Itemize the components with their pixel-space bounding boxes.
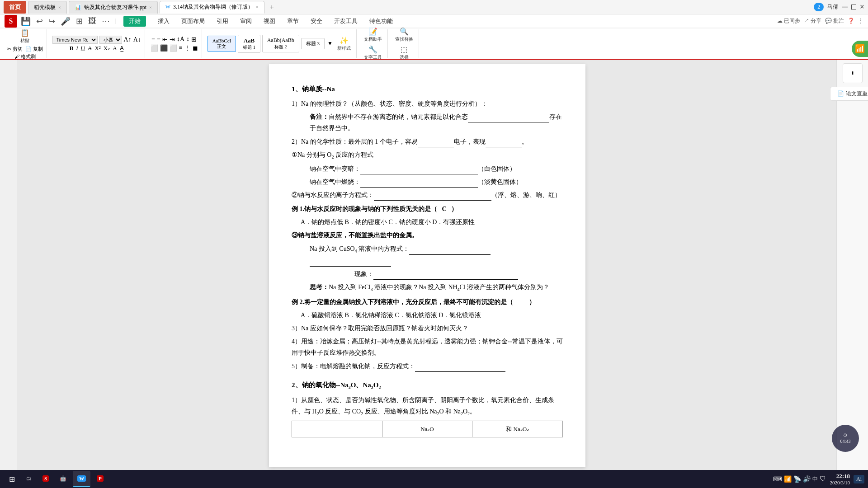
- shading-btn[interactable]: ◼: [193, 44, 198, 52]
- minimize-button[interactable]: ─: [842, 2, 848, 12]
- doc1-tab[interactable]: 📊 钠及其化合物复习课件.ppt ×: [69, 1, 158, 14]
- doc2-tab-close[interactable]: ×: [256, 5, 259, 9]
- volume-icon[interactable]: 🔊: [803, 475, 811, 483]
- taskbar-app-files[interactable]: 🗂: [22, 471, 36, 487]
- style-heading3-btn[interactable]: 标题 3: [301, 38, 325, 49]
- start-button[interactable]: ⊞: [4, 471, 20, 487]
- mic-btn[interactable]: 🎤: [59, 15, 72, 27]
- wps-logo: S: [5, 15, 17, 28]
- increase-size-btn[interactable]: A↑: [124, 36, 132, 43]
- new-style-btn[interactable]: ✨ 新样式: [335, 35, 353, 52]
- lang-icon[interactable]: 中: [812, 475, 818, 483]
- format-btn[interactable]: 🖌 格式刷: [14, 53, 36, 60]
- help-btn[interactable]: ❓: [848, 18, 854, 24]
- security-icon[interactable]: 🛡: [820, 475, 826, 483]
- cut-btn[interactable]: ✂ 剪切: [7, 46, 23, 52]
- upload-icon: ⬆: [851, 70, 854, 76]
- list-unordered-btn[interactable]: ≡: [151, 36, 155, 43]
- highlight-btn[interactable]: A̲: [120, 45, 124, 52]
- paper-check-btn[interactable]: 📄 论文查重: [830, 87, 868, 101]
- copy-btn[interactable]: 📄 复制: [25, 46, 43, 52]
- bold-btn[interactable]: B: [70, 45, 74, 52]
- doc1-tab-close[interactable]: ×: [149, 5, 152, 10]
- align-center-btn[interactable]: ⬛: [160, 44, 168, 52]
- menu-ref[interactable]: 引用: [211, 15, 234, 27]
- taskbar-app-ppt[interactable]: P: [92, 471, 108, 487]
- indent-less-btn[interactable]: ⇤: [162, 36, 168, 43]
- reaction3b: 现象：: [292, 268, 563, 280]
- menu-security[interactable]: 安全: [305, 15, 328, 27]
- select-all-btn[interactable]: ⬚ 选择: [398, 44, 410, 61]
- sort-btn[interactable]: ↕A: [177, 36, 184, 43]
- taskbar-app-android[interactable]: 🤖: [55, 471, 71, 487]
- align-justify-btn[interactable]: ≡: [179, 44, 183, 52]
- undo-quick-btn[interactable]: ↩: [34, 15, 45, 27]
- style-normal-btn[interactable]: AaBbCcI 正文: [208, 36, 236, 52]
- doc-assist-btn[interactable]: 📝 文档助手: [362, 26, 384, 43]
- paste-btn[interactable]: 📋 粘贴: [19, 28, 31, 45]
- expand-styles-btn[interactable]: ▼: [327, 40, 333, 47]
- paragraph-group: ≡ ≡ ⇤ ⇥ ↕A ↕ ⊞ ⬜ ⬛ ⬜ ≡ ⋮ ◼: [147, 29, 202, 58]
- taskbar-app-wps[interactable]: S: [38, 471, 53, 487]
- doc-area[interactable]: 1、钠单质--Na 1）Na 的物理性质？（从颜色、状态、密度、硬度等角度进行分…: [18, 60, 836, 472]
- align-left-btn[interactable]: ⬜: [151, 44, 158, 52]
- decrease-size-btn[interactable]: A↓: [133, 36, 141, 43]
- find-replace-btn[interactable]: 🔍 查找替换: [393, 26, 415, 43]
- strikethrough-btn[interactable]: A: [88, 45, 92, 52]
- example1-options: A．钠的熔点低 B．钠的密度小 C．钠的硬度小 D．有强还原性: [292, 216, 563, 228]
- style-heading1-btn[interactable]: AaB 标题 1: [238, 35, 260, 53]
- save-quick-btn[interactable]: 💾: [19, 15, 33, 27]
- menu-dev[interactable]: 开发工具: [329, 15, 363, 27]
- taskbar-right: ⌨ 📶 📡 🔊 中 🛡 22:18 2020/3/10 Ai: [773, 473, 864, 485]
- col-btn[interactable]: ⋮: [184, 44, 191, 52]
- wifi-overlay[interactable]: 📶: [852, 41, 868, 57]
- maximize-button[interactable]: □: [851, 2, 856, 12]
- keyboard-icon[interactable]: ⌨: [773, 475, 782, 483]
- img-btn[interactable]: 🖼: [86, 15, 98, 27]
- superscript-btn[interactable]: X²: [94, 45, 100, 52]
- upload-btn[interactable]: ⬆: [843, 63, 863, 83]
- ai-btn[interactable]: Ai: [854, 475, 864, 483]
- align-right-btn[interactable]: ⬜: [170, 44, 177, 52]
- font-size-select[interactable]: 小四: [99, 36, 122, 44]
- style-heading2-btn[interactable]: AaBb(AaBb 标题 2: [262, 35, 299, 52]
- list-ordered-btn[interactable]: ≡: [157, 36, 160, 43]
- comment-btn[interactable]: 💬 批注: [825, 17, 844, 25]
- underline-btn[interactable]: U: [81, 45, 85, 52]
- wifi-icon[interactable]: 📡: [793, 475, 801, 483]
- word-app-icon: W: [77, 475, 86, 482]
- start-menu-btn[interactable]: 开始: [123, 16, 146, 27]
- font-name-select[interactable]: Times New Roma...: [52, 36, 98, 44]
- menu-view[interactable]: 视图: [258, 15, 281, 27]
- template-tab[interactable]: 稻壳模板 ×: [28, 1, 67, 14]
- font-color-btn[interactable]: A: [113, 45, 117, 52]
- line-spacing-btn[interactable]: ↕: [186, 36, 189, 43]
- close-button[interactable]: ×: [860, 2, 864, 12]
- font-group: Times New Roma... 小四 A↑ A↓ B I U A X² X₂…: [49, 29, 145, 58]
- table-btn[interactable]: ⊞: [74, 15, 85, 27]
- indent-more-btn[interactable]: ⇥: [170, 36, 175, 43]
- border-btn[interactable]: ⊞: [191, 36, 197, 43]
- redo-quick-btn[interactable]: ↪: [47, 15, 57, 27]
- sys-icons: ⌨ 📶 📡 🔊 中 🛡: [773, 475, 826, 483]
- home-tab[interactable]: 首页: [4, 1, 26, 14]
- menu-chapter[interactable]: 章节: [282, 15, 304, 27]
- share-btn[interactable]: ↗ 分享: [804, 17, 821, 25]
- menu-review[interactable]: 审阅: [235, 15, 257, 27]
- doc2-tab[interactable]: W 3.14钠及其化合物导纲（修订版） ×: [160, 1, 264, 14]
- menu-insert[interactable]: 插入: [152, 15, 175, 27]
- template-tab-close[interactable]: ×: [58, 5, 61, 10]
- taskbar-app-word[interactable]: W: [73, 471, 90, 487]
- more-options-btn[interactable]: ⋮: [858, 18, 863, 24]
- subscript-btn[interactable]: X₂: [104, 45, 110, 52]
- menu-layout[interactable]: 页面布局: [176, 15, 210, 27]
- italic-btn[interactable]: I: [76, 45, 78, 52]
- clipboard-group: 📋 粘贴 ✂ 剪切 📄 复制 🖌 格式刷: [4, 29, 47, 58]
- sync-status: ☁ 已同步: [777, 17, 800, 25]
- menu-feature[interactable]: 特色功能: [364, 15, 398, 27]
- doc-page[interactable]: 1、钠单质--Na 1）Na 的物理性质？（从颜色、状态、密度、硬度等角度进行分…: [269, 64, 585, 467]
- text-tool-btn[interactable]: 🔧 文字工具: [362, 44, 384, 61]
- new-tab-button[interactable]: +: [266, 3, 278, 11]
- network-icon[interactable]: 📶: [784, 475, 792, 483]
- more-btn[interactable]: ⋯: [100, 15, 112, 27]
